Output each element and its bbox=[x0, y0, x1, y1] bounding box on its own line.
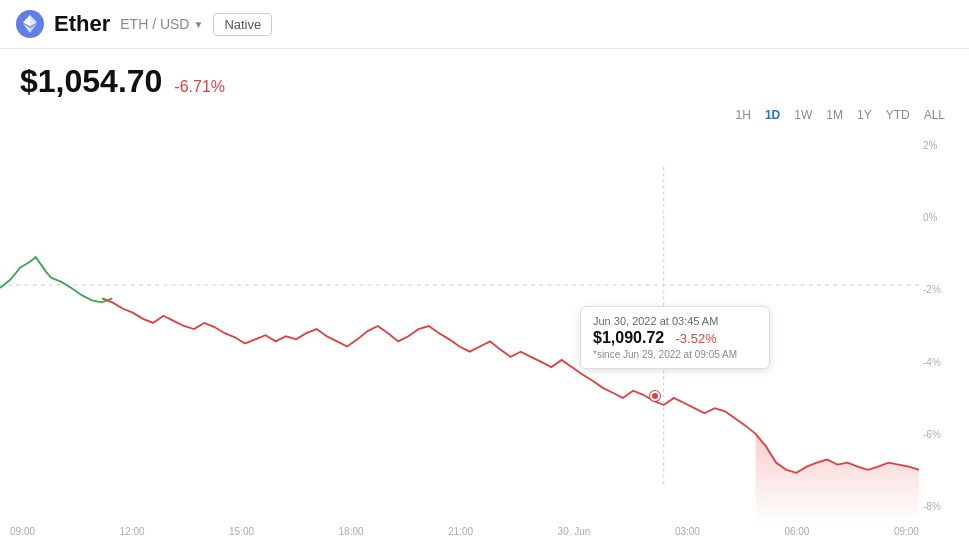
chart-dot-indicator bbox=[650, 391, 660, 401]
x-axis: 09:00 12:00 15:00 18:00 21:00 30. Jun 03… bbox=[10, 516, 919, 540]
chart-tooltip: Jun 30, 2022 at 03:45 AM $1,090.72 -3.52… bbox=[580, 306, 770, 369]
asset-name: Ether bbox=[54, 11, 110, 37]
chart-svg bbox=[0, 136, 919, 516]
pair-text: ETH / USD bbox=[120, 16, 189, 32]
tooltip-date: Jun 30, 2022 at 03:45 AM bbox=[593, 315, 757, 327]
native-button[interactable]: Native bbox=[213, 13, 272, 36]
x-label-1800: 18:00 bbox=[339, 526, 364, 537]
pair-label[interactable]: ETH / USD ▼ bbox=[120, 16, 203, 32]
y-label-neg2pct: -2% bbox=[919, 284, 941, 295]
tooltip-price: $1,090.72 bbox=[593, 329, 664, 346]
time-range-buttons: 1H 1D 1W 1M 1Y YTD ALL bbox=[732, 106, 949, 124]
x-label-0900: 09:00 bbox=[10, 526, 35, 537]
tooltip-since: *since Jun 29, 2022 at 09:05 AM bbox=[593, 349, 757, 360]
time-btn-1h[interactable]: 1H bbox=[732, 106, 755, 124]
chart-container: 1H 1D 1W 1M 1Y YTD ALL bbox=[0, 106, 969, 540]
x-label-2100: 21:00 bbox=[448, 526, 473, 537]
x-label-1200: 12:00 bbox=[120, 526, 145, 537]
x-label-1500: 15:00 bbox=[229, 526, 254, 537]
x-label-jun30: 30. Jun bbox=[558, 526, 591, 537]
price-section: $1,054.70 -6.71% bbox=[0, 49, 969, 106]
tooltip-price-row: $1,090.72 -3.52% bbox=[593, 329, 757, 347]
time-btn-1y[interactable]: 1Y bbox=[853, 106, 876, 124]
time-btn-ytd[interactable]: YTD bbox=[882, 106, 914, 124]
y-label-neg6pct: -6% bbox=[919, 429, 941, 440]
time-btn-1w[interactable]: 1W bbox=[790, 106, 816, 124]
price-value: $1,054.70 bbox=[20, 63, 162, 100]
y-axis: 2% 0% -2% -4% -6% -8% bbox=[919, 136, 969, 516]
y-label-neg8pct: -8% bbox=[919, 501, 941, 512]
x-label-0300: 03:00 bbox=[675, 526, 700, 537]
svg-rect-5 bbox=[0, 136, 919, 516]
chevron-down-icon: ▼ bbox=[193, 19, 203, 30]
x-label-0600: 06:00 bbox=[784, 526, 809, 537]
price-chart bbox=[0, 136, 919, 516]
price-change: -6.71% bbox=[174, 78, 225, 96]
y-label-neg4pct: -4% bbox=[919, 357, 941, 368]
eth-logo-icon bbox=[16, 10, 44, 38]
header: Ether ETH / USD ▼ Native bbox=[0, 0, 969, 49]
time-btn-all[interactable]: ALL bbox=[920, 106, 949, 124]
y-label-2pct: 2% bbox=[919, 140, 937, 151]
y-label-0pct: 0% bbox=[919, 212, 937, 223]
x-label-0900b: 09:00 bbox=[894, 526, 919, 537]
time-btn-1d[interactable]: 1D bbox=[761, 106, 784, 124]
time-btn-1m[interactable]: 1M bbox=[822, 106, 847, 124]
tooltip-change: -3.52% bbox=[676, 331, 717, 346]
